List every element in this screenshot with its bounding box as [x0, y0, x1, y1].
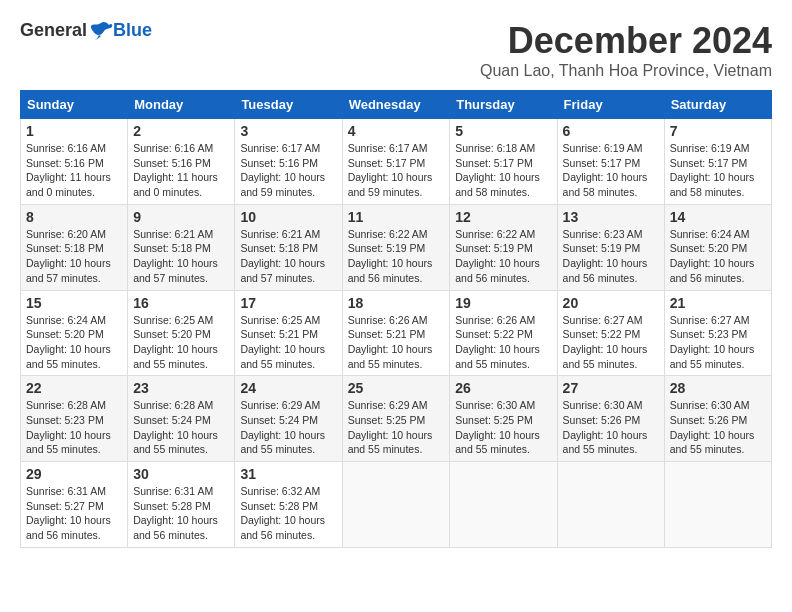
- daylight-label: Daylight: 10 hours and 55 minutes.: [240, 343, 325, 370]
- calendar-day-cell: 25 Sunrise: 6:29 AM Sunset: 5:25 PM Dayl…: [342, 376, 450, 462]
- daylight-label: Daylight: 10 hours and 56 minutes.: [133, 514, 218, 541]
- day-info: Sunrise: 6:28 AM Sunset: 5:24 PM Dayligh…: [133, 398, 229, 457]
- day-info: Sunrise: 6:31 AM Sunset: 5:27 PM Dayligh…: [26, 484, 122, 543]
- sunrise-label: Sunrise: 6:19 AM: [670, 142, 750, 154]
- day-number: 25: [348, 380, 445, 396]
- sunset-label: Sunset: 5:17 PM: [670, 157, 748, 169]
- day-number: 23: [133, 380, 229, 396]
- sunrise-label: Sunrise: 6:26 AM: [455, 314, 535, 326]
- calendar-day-cell: 24 Sunrise: 6:29 AM Sunset: 5:24 PM Dayl…: [235, 376, 342, 462]
- calendar-day-cell: 29 Sunrise: 6:31 AM Sunset: 5:27 PM Dayl…: [21, 462, 128, 548]
- daylight-label: Daylight: 10 hours and 56 minutes.: [670, 257, 755, 284]
- logo-bird-icon: [89, 21, 113, 41]
- day-info: Sunrise: 6:18 AM Sunset: 5:17 PM Dayligh…: [455, 141, 551, 200]
- daylight-label: Daylight: 11 hours and 0 minutes.: [26, 171, 111, 198]
- daylight-label: Daylight: 10 hours and 55 minutes.: [240, 429, 325, 456]
- day-number: 3: [240, 123, 336, 139]
- calendar-day-cell: [557, 462, 664, 548]
- sunrise-label: Sunrise: 6:17 AM: [348, 142, 428, 154]
- day-info: Sunrise: 6:27 AM Sunset: 5:23 PM Dayligh…: [670, 313, 766, 372]
- sunrise-label: Sunrise: 6:31 AM: [133, 485, 213, 497]
- day-number: 8: [26, 209, 122, 225]
- daylight-label: Daylight: 10 hours and 56 minutes.: [240, 514, 325, 541]
- day-info: Sunrise: 6:16 AM Sunset: 5:16 PM Dayligh…: [133, 141, 229, 200]
- day-info: Sunrise: 6:26 AM Sunset: 5:21 PM Dayligh…: [348, 313, 445, 372]
- sunset-label: Sunset: 5:28 PM: [133, 500, 211, 512]
- daylight-label: Daylight: 10 hours and 58 minutes.: [455, 171, 540, 198]
- sunrise-label: Sunrise: 6:31 AM: [26, 485, 106, 497]
- sunrise-label: Sunrise: 6:22 AM: [348, 228, 428, 240]
- daylight-label: Daylight: 10 hours and 55 minutes.: [563, 429, 648, 456]
- sunset-label: Sunset: 5:21 PM: [348, 328, 426, 340]
- calendar-day-cell: 20 Sunrise: 6:27 AM Sunset: 5:22 PM Dayl…: [557, 290, 664, 376]
- day-info: Sunrise: 6:25 AM Sunset: 5:21 PM Dayligh…: [240, 313, 336, 372]
- day-number: 30: [133, 466, 229, 482]
- day-info: Sunrise: 6:16 AM Sunset: 5:16 PM Dayligh…: [26, 141, 122, 200]
- sunset-label: Sunset: 5:23 PM: [26, 414, 104, 426]
- daylight-label: Daylight: 10 hours and 55 minutes.: [133, 343, 218, 370]
- calendar-day-cell: 26 Sunrise: 6:30 AM Sunset: 5:25 PM Dayl…: [450, 376, 557, 462]
- daylight-label: Daylight: 11 hours and 0 minutes.: [133, 171, 218, 198]
- day-number: 13: [563, 209, 659, 225]
- calendar-day-cell: 11 Sunrise: 6:22 AM Sunset: 5:19 PM Dayl…: [342, 204, 450, 290]
- week-row-1: 1 Sunrise: 6:16 AM Sunset: 5:16 PM Dayli…: [21, 119, 772, 205]
- header-wednesday: Wednesday: [342, 91, 450, 119]
- calendar-day-cell: 8 Sunrise: 6:20 AM Sunset: 5:18 PM Dayli…: [21, 204, 128, 290]
- sunrise-label: Sunrise: 6:30 AM: [563, 399, 643, 411]
- sunset-label: Sunset: 5:22 PM: [563, 328, 641, 340]
- daylight-label: Daylight: 10 hours and 55 minutes.: [455, 429, 540, 456]
- daylight-label: Daylight: 10 hours and 57 minutes.: [133, 257, 218, 284]
- header-monday: Monday: [128, 91, 235, 119]
- sunset-label: Sunset: 5:23 PM: [670, 328, 748, 340]
- calendar-day-cell: 10 Sunrise: 6:21 AM Sunset: 5:18 PM Dayl…: [235, 204, 342, 290]
- sunrise-label: Sunrise: 6:19 AM: [563, 142, 643, 154]
- daylight-label: Daylight: 10 hours and 59 minutes.: [240, 171, 325, 198]
- location-subtitle: Quan Lao, Thanh Hoa Province, Vietnam: [480, 62, 772, 80]
- sunset-label: Sunset: 5:16 PM: [240, 157, 318, 169]
- sunrise-label: Sunrise: 6:29 AM: [240, 399, 320, 411]
- calendar-day-cell: 21 Sunrise: 6:27 AM Sunset: 5:23 PM Dayl…: [664, 290, 771, 376]
- day-number: 1: [26, 123, 122, 139]
- sunrise-label: Sunrise: 6:25 AM: [133, 314, 213, 326]
- calendar-day-cell: [342, 462, 450, 548]
- day-info: Sunrise: 6:25 AM Sunset: 5:20 PM Dayligh…: [133, 313, 229, 372]
- sunset-label: Sunset: 5:19 PM: [348, 242, 426, 254]
- day-number: 2: [133, 123, 229, 139]
- calendar-day-cell: 19 Sunrise: 6:26 AM Sunset: 5:22 PM Dayl…: [450, 290, 557, 376]
- day-info: Sunrise: 6:19 AM Sunset: 5:17 PM Dayligh…: [563, 141, 659, 200]
- logo-general: General: [20, 20, 87, 41]
- calendar-day-cell: 12 Sunrise: 6:22 AM Sunset: 5:19 PM Dayl…: [450, 204, 557, 290]
- calendar-day-cell: 15 Sunrise: 6:24 AM Sunset: 5:20 PM Dayl…: [21, 290, 128, 376]
- day-number: 10: [240, 209, 336, 225]
- day-number: 16: [133, 295, 229, 311]
- sunrise-label: Sunrise: 6:21 AM: [133, 228, 213, 240]
- calendar-day-cell: 5 Sunrise: 6:18 AM Sunset: 5:17 PM Dayli…: [450, 119, 557, 205]
- day-number: 29: [26, 466, 122, 482]
- calendar-header-row: Sunday Monday Tuesday Wednesday Thursday…: [21, 91, 772, 119]
- day-info: Sunrise: 6:29 AM Sunset: 5:25 PM Dayligh…: [348, 398, 445, 457]
- calendar-day-cell: 28 Sunrise: 6:30 AM Sunset: 5:26 PM Dayl…: [664, 376, 771, 462]
- day-info: Sunrise: 6:24 AM Sunset: 5:20 PM Dayligh…: [670, 227, 766, 286]
- daylight-label: Daylight: 10 hours and 56 minutes.: [348, 257, 433, 284]
- day-info: Sunrise: 6:31 AM Sunset: 5:28 PM Dayligh…: [133, 484, 229, 543]
- calendar-day-cell: 14 Sunrise: 6:24 AM Sunset: 5:20 PM Dayl…: [664, 204, 771, 290]
- calendar-day-cell: 31 Sunrise: 6:32 AM Sunset: 5:28 PM Dayl…: [235, 462, 342, 548]
- header-tuesday: Tuesday: [235, 91, 342, 119]
- daylight-label: Daylight: 10 hours and 57 minutes.: [240, 257, 325, 284]
- calendar-day-cell: [664, 462, 771, 548]
- daylight-label: Daylight: 10 hours and 58 minutes.: [670, 171, 755, 198]
- day-info: Sunrise: 6:21 AM Sunset: 5:18 PM Dayligh…: [240, 227, 336, 286]
- day-info: Sunrise: 6:32 AM Sunset: 5:28 PM Dayligh…: [240, 484, 336, 543]
- sunrise-label: Sunrise: 6:30 AM: [455, 399, 535, 411]
- calendar-day-cell: 22 Sunrise: 6:28 AM Sunset: 5:23 PM Dayl…: [21, 376, 128, 462]
- day-info: Sunrise: 6:17 AM Sunset: 5:17 PM Dayligh…: [348, 141, 445, 200]
- page-header: General Blue December 2024 Quan Lao, Tha…: [20, 20, 772, 80]
- calendar-day-cell: 4 Sunrise: 6:17 AM Sunset: 5:17 PM Dayli…: [342, 119, 450, 205]
- header-saturday: Saturday: [664, 91, 771, 119]
- sunset-label: Sunset: 5:18 PM: [240, 242, 318, 254]
- sunrise-label: Sunrise: 6:18 AM: [455, 142, 535, 154]
- sunrise-label: Sunrise: 6:25 AM: [240, 314, 320, 326]
- daylight-label: Daylight: 10 hours and 55 minutes.: [348, 429, 433, 456]
- calendar-day-cell: 3 Sunrise: 6:17 AM Sunset: 5:16 PM Dayli…: [235, 119, 342, 205]
- day-info: Sunrise: 6:28 AM Sunset: 5:23 PM Dayligh…: [26, 398, 122, 457]
